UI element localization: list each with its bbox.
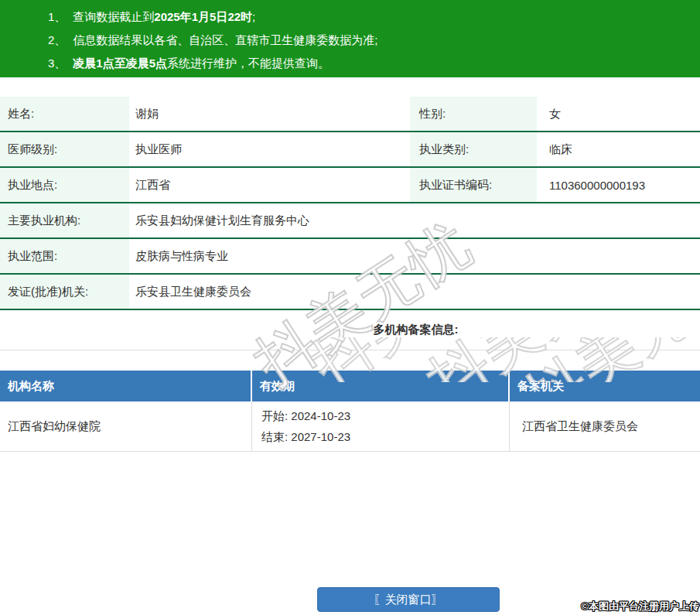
field-value-practice-location: 江西省 <box>129 168 410 202</box>
notice-text: 系统进行维护，不能提供查询。 <box>167 56 330 70</box>
field-label-license-number: 执业证书编码: <box>410 168 537 202</box>
notice-line-3: 3、凌晨1点至凌晨5点系统进行维护，不能提供查询。 <box>48 52 700 75</box>
doctor-profile-table: 姓名: 谢娟 性别: 女 医师级别: 执业医师 执业类别: 临床 执业地点: 江… <box>0 97 700 310</box>
field-label-doctor-level: 医师级别: <box>0 132 129 166</box>
column-header-validity: 有效期 <box>252 371 510 401</box>
notice-text-bold: 凌晨1点至凌晨5点 <box>73 56 167 70</box>
notice-text: ; <box>252 10 255 23</box>
notice-banner: 1、查询数据截止到2025年1月5日22时; 2、信息数据结果以各省、自治区、直… <box>0 0 700 77</box>
table-row: 主要执业机构: 乐安县妇幼保健计划生育服务中心 <box>0 203 700 239</box>
filing-table: 机构名称 有效期 备案机关 江西省妇幼保健院 开始: 2024-10-23 结束… <box>0 371 700 452</box>
column-header-authority: 备案机关 <box>510 371 700 401</box>
field-value-name: 谢娟 <box>129 97 410 131</box>
field-label-main-institution: 主要执业机构: <box>0 203 129 237</box>
column-header-org-name: 机构名称 <box>0 371 252 401</box>
notice-number: 1、 <box>48 10 66 23</box>
field-value-doctor-level: 执业医师 <box>129 132 410 166</box>
notice-number: 2、 <box>48 33 66 46</box>
field-label-gender: 性别: <box>410 97 537 131</box>
table-row: 江西省妇幼保健院 开始: 2024-10-23 结束: 2027-10-23 江… <box>0 401 700 452</box>
table-row: 执业地点: 江西省 执业证书编码: 110360000000193 <box>0 168 700 203</box>
notice-text: 信息数据结果以各省、自治区、直辖市卫生健康委数据为准; <box>73 33 377 46</box>
field-label-practice-location: 执业地点: <box>0 168 129 202</box>
section-title-multi-institution: 多机构备案信息: <box>0 310 700 350</box>
field-value-practice-category: 临床 <box>537 132 700 166</box>
validity-start: 开始: 2024-10-23 <box>261 405 509 426</box>
notice-line-2: 2、信息数据结果以各省、自治区、直辖市卫生健康委数据为准; <box>48 29 700 52</box>
field-label-practice-scope: 执业范围: <box>0 239 129 273</box>
cell-filing-authority: 江西省卫生健康委员会 <box>510 401 700 451</box>
close-window-button[interactable]: 〖关闭窗口〗 <box>317 587 500 612</box>
field-label-name: 姓名: <box>0 97 129 131</box>
table-row: 姓名: 谢娟 性别: 女 <box>0 97 700 132</box>
field-label-practice-category: 执业类别: <box>410 132 537 166</box>
table-row: 执业范围: 皮肤病与性病专业 <box>0 239 700 275</box>
section-title-text: 多机构备案信息: <box>374 323 459 337</box>
validity-end: 结束: 2027-10-23 <box>261 426 509 447</box>
field-value-gender: 女 <box>537 97 700 131</box>
notice-line-1: 1、查询数据截止到2025年1月5日22时; <box>48 5 700 29</box>
cell-org-name: 江西省妇幼保健院 <box>0 401 252 451</box>
notice-text: 查询数据截止到 <box>73 10 154 23</box>
field-value-main-institution: 乐安县妇幼保健计划生育服务中心 <box>129 203 700 237</box>
notice-number: 3、 <box>48 56 66 70</box>
filing-table-header: 机构名称 有效期 备案机关 <box>0 371 700 401</box>
field-value-license-number: 110360000000193 <box>537 168 700 202</box>
table-row: 发证(批准)机关: 乐安县卫生健康委员会 <box>0 275 700 310</box>
field-label-issuing-authority: 发证(批准)机关: <box>0 275 129 309</box>
field-value-practice-scope: 皮肤病与性病专业 <box>129 239 700 273</box>
table-row: 医师级别: 执业医师 执业类别: 临床 <box>0 132 700 168</box>
copyright-watermark: ©本图由平台注册用户上传 <box>581 600 699 613</box>
cell-validity: 开始: 2024-10-23 结束: 2027-10-23 <box>252 401 510 451</box>
field-value-issuing-authority: 乐安县卫生健康委员会 <box>129 275 700 309</box>
notice-text-bold: 2025年1月5日22时 <box>154 10 252 23</box>
